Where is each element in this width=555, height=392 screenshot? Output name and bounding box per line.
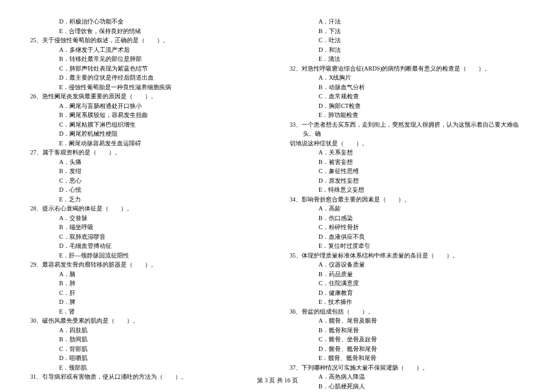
option-line: D．健康教育 <box>290 288 525 298</box>
option-line: D．积极治疗心功能不全 <box>30 17 265 27</box>
option-line: D．和法 <box>290 45 525 55</box>
option-line: C．背部肌 <box>30 344 265 354</box>
option-line: D．血液供应不良 <box>290 232 525 242</box>
option-line: C．吐法 <box>290 36 525 45</box>
option-line: D．胸部CT检查 <box>290 101 525 111</box>
option-line: B．发绀 <box>30 166 265 176</box>
question-line: 28、提示右心衰竭的体征是（ ）。 <box>30 204 265 213</box>
option-line: E．肝—颈静脉回流征阳性 <box>30 251 265 261</box>
option-line: D．毛细血管搏动征 <box>30 241 265 251</box>
option-line: B．阑尾系膜较短，容易发生扭曲 <box>30 110 265 120</box>
option-line: E．合理饮食，保持良好的情绪 <box>30 27 265 36</box>
option-line: C．粉碎性骨折 <box>290 223 525 232</box>
option-line: A．仪器设备质量 <box>290 260 525 270</box>
question-line: 36、骨盆的组成包括（ ）。 <box>290 307 525 317</box>
option-line: B．端坐呼吸 <box>30 223 265 232</box>
option-line: E．侵蚀性葡萄胎是一种良性滋养细胞疾病 <box>30 83 265 92</box>
option-line: B．肋间肌 <box>30 335 265 344</box>
option-line: C．肺部声转灶表现为紫蓝色结节 <box>30 64 265 74</box>
option-line: B．动脉血气分析 <box>290 83 525 92</box>
option-line: E．清法 <box>290 54 525 64</box>
option-line: C．双肺底湿啰音 <box>30 232 265 242</box>
option-line: E．乏力 <box>30 195 265 204</box>
question-line: 33、一个患者想去买东西，走到街上，突然发现人很拥挤，认为这预示着自己要大难临头… <box>290 120 525 139</box>
option-line: E．复位时过度牵引 <box>290 241 525 251</box>
option-line: D．最主要的症状是停经后阴道出血 <box>30 73 265 83</box>
option-line: E．颈部肌 <box>30 363 265 373</box>
option-line: A．脑 <box>30 270 265 279</box>
option-line: E．阑尾动脉容易发生血运障碍 <box>30 139 265 148</box>
option-line: A．关系妄想 <box>290 148 525 157</box>
option-line: A．四肢肌 <box>30 326 265 335</box>
option-line: C．恶心 <box>30 176 265 186</box>
option-line: E．肺功能检查 <box>290 110 525 120</box>
question-line: 34、影响骨折愈合最主要的因素是（ ）。 <box>290 195 525 204</box>
option-line: D．脾 <box>30 297 265 307</box>
option-line: A．X线胸片 <box>290 73 525 83</box>
option-line: A．阑尾与盲肠相通处开口狭小 <box>30 101 265 111</box>
left-column: D．积极治疗心功能不全E．合理饮食，保持良好的情绪25、关于侵蚀性葡萄胎的叙述，… <box>30 17 265 391</box>
option-line: B．药品质量 <box>290 270 525 279</box>
option-line: E．特殊意义妄想 <box>290 185 525 195</box>
option-line: C．肝 <box>30 288 265 298</box>
option-line: B．骶骨和尾骨 <box>290 326 525 335</box>
option-line: B．被害妄想 <box>290 157 525 167</box>
question-line: 35、体现护理质量标准体系结构中终末质量的条目是（ ）。 <box>290 251 525 261</box>
right-column: A．汗法B．下法C．吐法D．和法E．清法32、对急性呼吸窘迫综合征(ARDS)的… <box>290 17 525 391</box>
option-line: D．髂骨、骶骨和尾骨 <box>290 344 525 354</box>
option-line: A．汗法 <box>290 17 525 27</box>
option-line: A．高龄 <box>290 204 525 213</box>
question-line: 26、急性阑尾炎发病最重要的原因是（ ）。 <box>30 92 265 101</box>
question-line: 25、关于侵蚀性葡萄胎的叙述，正确的是（ ）。 <box>30 36 265 45</box>
option-line: A．髋骨、尾骨及髌骨 <box>290 316 525 326</box>
option-line: A．交替脉 <box>30 213 265 223</box>
question-line: 37、下列哪种情况可实施大量不保留灌肠（ ）。 <box>290 363 525 373</box>
question-line: 29、最容易发生骨肉瘤转移的脏器是（ ）。 <box>30 260 265 270</box>
option-line: C．髂骨、坐骨及趾骨 <box>290 335 525 344</box>
question-line: 切地说这种症状是（ ）。 <box>290 139 525 148</box>
option-line: B．转移灶最常见的部位是肺部 <box>30 54 265 64</box>
option-line: D．阑尾腔机械性梗阻 <box>30 129 265 139</box>
option-line: B．肺 <box>30 279 265 288</box>
option-line: B．伤口感染 <box>290 213 525 223</box>
question-line: 27、属于客观资料的是（ ）。 <box>30 148 265 157</box>
option-line: A．多继发于人工流产术后 <box>30 45 265 55</box>
option-line: E．髋骨、骶骨和尾骨 <box>290 353 525 363</box>
option-line: D．心慌 <box>30 185 265 195</box>
option-line: E．技术操作 <box>290 297 525 307</box>
question-line: 30、破伤风最先受累的肌肉是（ ）。 <box>30 316 265 326</box>
option-line: E．肾 <box>30 307 265 317</box>
option-line: C．血常规检查 <box>290 92 525 101</box>
page-footer: 第 3 页 共 16 页 <box>0 376 555 385</box>
option-line: B．下法 <box>290 27 525 36</box>
option-line: D．原发性妄想 <box>290 176 525 186</box>
option-line: C．象征性思维 <box>290 166 525 176</box>
question-line: 32、对急性呼吸窘迫综合征(ARDS)的病情判断最有意义的检查是（ ）。 <box>290 64 525 74</box>
exam-page: D．积极治疗心功能不全E．合理饮食，保持良好的情绪25、关于侵蚀性葡萄胎的叙述，… <box>0 0 555 391</box>
option-line: C．住院满意度 <box>290 279 525 288</box>
option-line: D．咀嚼肌 <box>30 353 265 363</box>
option-line: A．头痛 <box>30 157 265 167</box>
option-line: C．阑尾粘膜下淋巴组织增生 <box>30 120 265 130</box>
